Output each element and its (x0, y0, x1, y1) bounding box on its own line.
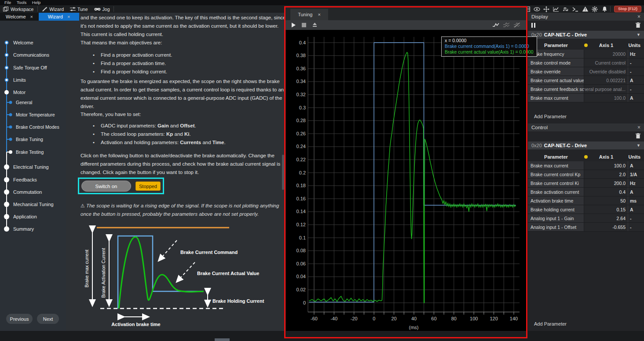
parameter-value[interactable]: 0.4 (584, 188, 628, 196)
parameter-units: - (628, 67, 644, 76)
objectives-list: Find a proper activation current.Find a … (80, 51, 289, 76)
display-add-parameter[interactable]: Add Parameter (528, 114, 644, 119)
next-button[interactable]: Next (37, 314, 59, 324)
sidebar-item-brake-testing[interactable]: Brake Testing (16, 149, 44, 155)
console-icon[interactable] (571, 6, 580, 13)
parameter-value[interactable]: 50 (584, 196, 628, 205)
y-tick-label: 0.2 (299, 170, 306, 175)
step-dot (4, 202, 9, 207)
plot-background (286, 30, 527, 337)
workspace-button[interactable]: Workspace (0, 5, 37, 13)
display-device-selector[interactable]: 0x20 CAP-NET-C - Drive ▼ (528, 31, 644, 39)
scope-chart-icon[interactable] (551, 6, 561, 13)
parameter-row[interactable]: Brake control modeCurrent control- (528, 58, 644, 67)
parameter-row[interactable]: Analog input 1 - Gain2.64- (528, 214, 644, 223)
pause-icon[interactable] (531, 22, 535, 29)
trash-icon[interactable] (636, 22, 640, 29)
parameter-row[interactable]: Brake frequency20000Hz (528, 50, 644, 58)
command-callout-label: Brake Current Command (180, 250, 238, 255)
scope-stop-icon[interactable] (300, 22, 308, 29)
switch-on-button[interactable]: Switch on (81, 181, 131, 192)
parameter-value[interactable]: 2.64 (584, 214, 628, 222)
tab-close-icon[interactable]: × (67, 14, 70, 19)
step-dot (5, 66, 9, 70)
y-tick-label: 0.4 (299, 40, 306, 45)
right-dock: Display × 0x20 CAP-NET-C - Drive ▼ Param… (528, 13, 644, 331)
parameter-row[interactable]: Analog input 1 - Offset-0.655- (528, 223, 644, 232)
parameter-row[interactable]: Brake activation current0.4A (528, 188, 644, 196)
scope-tab-label: Tuning (298, 12, 312, 17)
control-close-icon[interactable]: × (637, 124, 640, 131)
scope-tab-tuning[interactable]: Tuning × (290, 9, 328, 20)
signal-multi-off-icon[interactable] (512, 22, 521, 29)
tune-button[interactable]: Tune (67, 5, 91, 13)
sidebar-item-brake-tuning[interactable]: Brake Tuning (16, 137, 43, 142)
parameter-value[interactable]: -0.655 (584, 223, 628, 231)
menu-tools[interactable]: Tools (17, 0, 26, 5)
parameter-row[interactable]: Brake overrideOverride disabled- (528, 67, 644, 76)
menu-help[interactable]: Help (32, 0, 41, 5)
step-dot (4, 164, 9, 170)
previous-button[interactable]: Previous (6, 314, 33, 324)
sidebar-item-welcome[interactable]: Welcome (13, 40, 33, 45)
parameter-row[interactable]: Brake current feedback sou...General pur… (528, 85, 644, 94)
parameter-name: Brake max current (528, 94, 584, 102)
parameter-value[interactable]: 200.0 (584, 179, 628, 187)
scope-explanation-paragraph: To guarantee the brake is energized as e… (80, 77, 289, 111)
sidebar-item-summary[interactable]: Summary (13, 226, 34, 232)
splitter-handle[interactable] (215, 338, 230, 341)
scope-toolbar (285, 20, 527, 30)
display-close-icon[interactable]: × (637, 14, 640, 20)
sidebar-item-application[interactable]: Application (13, 214, 37, 219)
warnings-icon[interactable] (580, 6, 590, 13)
signal-single-icon[interactable] (491, 22, 500, 29)
jog-button[interactable]: Jog (91, 5, 113, 13)
trash-icon[interactable] (636, 132, 640, 140)
sidebar-item-motor-temperature[interactable]: Motor Temperature (16, 112, 55, 117)
stop-button[interactable]: Stop (F12) (614, 6, 641, 12)
waveform-icon[interactable] (561, 6, 571, 13)
scope-chart[interactable]: -60-40-20020406080100120140(ms)00.020.04… (286, 30, 527, 337)
control-panel-tools (528, 131, 644, 141)
watch-eye-icon[interactable] (532, 6, 542, 13)
parameter-value[interactable]: 100.0 (584, 161, 628, 170)
sidebar-item-motor[interactable]: Motor (13, 90, 26, 95)
command-trace (118, 236, 204, 308)
parameter-row[interactable]: Brake max current100.0A (528, 161, 644, 170)
parameter-value[interactable]: 0.15 (584, 205, 628, 214)
content-scrollbar-thumb[interactable] (282, 155, 284, 190)
sidebar-item-brake-control-modes[interactable]: Brake Control Modes (16, 124, 59, 130)
move-pan-icon[interactable] (542, 6, 551, 13)
parameter-row[interactable]: Brake holding current0.15A (528, 205, 644, 214)
parameter-row[interactable]: Brake current control Kp2.01/A (528, 170, 644, 179)
menu-bar: File Tools Help (0, 0, 644, 5)
parameter-row[interactable]: Brake max current100.0A (528, 94, 644, 102)
control-device-selector[interactable]: 0x20 CAP-NET-C - Drive ▼ (528, 141, 644, 149)
parameter-row[interactable]: Activation brake time50ms (528, 196, 644, 205)
parameter-value[interactable]: 2.0 (584, 170, 628, 178)
x-tick-label: -40 (330, 316, 337, 321)
wizard-button[interactable]: Wizard (39, 5, 67, 13)
scope-tab-close-icon[interactable]: × (318, 12, 320, 17)
settings-gear-icon[interactable] (590, 6, 600, 13)
sidebar-item-safe-torque-off[interactable]: Safe Torque Off (13, 65, 47, 70)
notifications-bell-icon[interactable] (600, 6, 609, 13)
sidebar-item-communications[interactable]: Communications (13, 52, 49, 58)
scope-export-icon[interactable] (310, 22, 319, 29)
parameter-row[interactable]: Brake current control Ki200.0Hz (528, 179, 644, 188)
sidebar-item-commutation[interactable]: Commutation (13, 189, 42, 195)
control-add-parameter[interactable]: Add Parameter (528, 321, 644, 326)
sidebar-item-feedbacks[interactable]: Feedbacks (13, 177, 37, 182)
sidebar-item-electrical-tuning[interactable]: Electrical Tuning (13, 164, 49, 170)
menu-file[interactable]: File (4, 0, 11, 5)
setting-item: The closed loop parameters: Kp and Ki. (80, 130, 289, 138)
tune-label: Tune (77, 7, 88, 12)
y-tick-label: 0.18 (296, 183, 306, 188)
sidebar-item-mechanical-tuning[interactable]: Mechanical Tuning (13, 202, 54, 207)
sidebar-item-general[interactable]: General (16, 100, 32, 105)
sidebar-item-limits[interactable]: Limits (13, 77, 26, 83)
parameter-row[interactable]: Brake current actual value0.002221A (528, 76, 644, 85)
scope-play-icon[interactable] (289, 22, 298, 29)
control-column-header: Parameter Axis 1 Units (528, 152, 644, 161)
signal-multi-icon[interactable] (502, 22, 511, 29)
